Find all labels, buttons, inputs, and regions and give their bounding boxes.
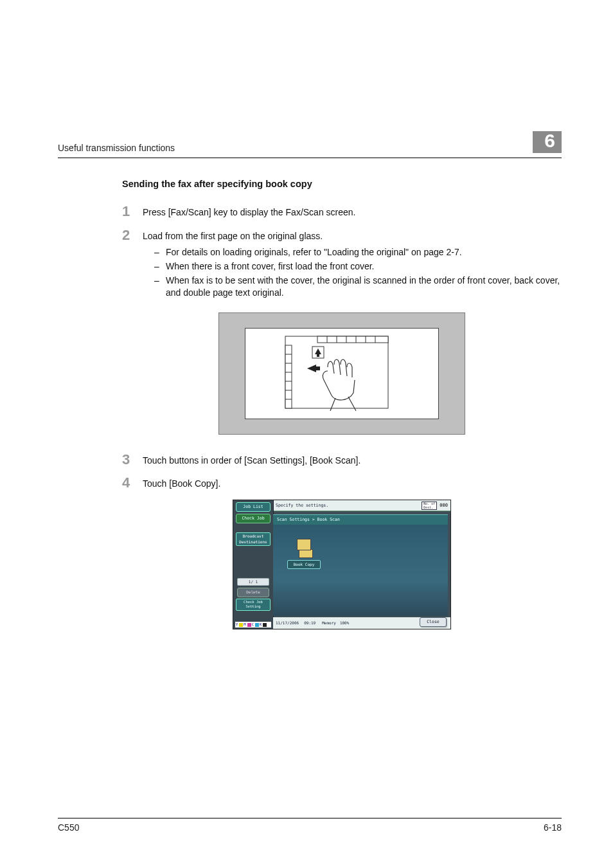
dest-count-value: 000 xyxy=(440,503,448,509)
model-label: C550 xyxy=(58,822,79,833)
step-1: 1 Press [Fax/Scan] key to display the Fa… xyxy=(122,204,562,219)
svg-line-21 xyxy=(348,397,356,411)
pager-indicator: 1/ 1 xyxy=(237,578,269,586)
step-number: 3 xyxy=(122,453,143,467)
document-page: Useful transmission functions 6 Sending … xyxy=(0,0,613,868)
svg-rect-17 xyxy=(317,353,319,357)
instruction-bar: Specify the settings. No. of Dest. 000 xyxy=(273,500,450,511)
broadcast-destinations-label[interactable]: Broadcast Destinations xyxy=(236,532,271,546)
close-button[interactable]: Close xyxy=(420,617,447,627)
sidebar: Job List Check Job Broadcast Destination… xyxy=(233,500,274,629)
delete-button[interactable]: Delete xyxy=(237,588,269,597)
chapter-number-badge: 6 xyxy=(533,131,562,153)
step-2-sublist: – For details on loading originals, refe… xyxy=(143,246,562,299)
svg-marker-18 xyxy=(307,365,316,372)
step-4-text: Touch [Book Copy]. xyxy=(143,476,562,491)
toner-y: Y xyxy=(235,622,238,628)
step-2: 2 Load from the first page on the origin… xyxy=(122,228,562,301)
step-number: 4 xyxy=(122,476,143,490)
svg-rect-1 xyxy=(317,336,388,343)
memory-label: Memory xyxy=(322,620,336,626)
svg-rect-8 xyxy=(285,345,292,408)
glass-load-illustration xyxy=(218,312,465,435)
section-title: Sending the fax after specifying book co… xyxy=(122,177,562,190)
status-bar: 11/17/2006 09:19 Memory 100% Close xyxy=(273,617,450,629)
check-job-button[interactable]: Check Job xyxy=(236,514,271,523)
book-copy-button[interactable]: Book Copy xyxy=(287,560,321,569)
dash-bullet: – xyxy=(154,275,166,300)
book-copy-icon xyxy=(299,549,313,558)
toner-k: K xyxy=(259,622,262,628)
step-number: 2 xyxy=(122,228,143,242)
dash-bullet: – xyxy=(154,260,166,273)
toner-levels: Y M C K xyxy=(235,622,271,628)
device-screenshot: Specify the settings. No. of Dest. 000 J… xyxy=(233,500,451,629)
list-item: – When fax is to be sent with the cover,… xyxy=(154,275,562,300)
list-item: – When there is a front cover, first loa… xyxy=(154,260,562,273)
step-4: 4 Touch [Book Copy]. xyxy=(122,476,562,491)
breadcrumb: Scan Settings > Book Scan xyxy=(273,514,448,525)
page-footer: C550 6-18 xyxy=(58,818,562,833)
step-2-sub-1: For details on loading originals, refer … xyxy=(166,246,562,259)
dash-bullet: – xyxy=(154,246,166,259)
dest-count-label: No. of Dest. xyxy=(422,502,437,510)
content-column: Sending the fax after specifying book co… xyxy=(122,177,562,629)
step-3: 3 Touch buttons in order of [Scan Settin… xyxy=(122,453,562,467)
list-item: – For details on loading originals, refe… xyxy=(154,246,562,259)
status-time: 09:19 xyxy=(304,620,315,626)
step-1-text: Press [Fax/Scan] key to display the Fax/… xyxy=(143,204,562,219)
main-panel: Book Copy xyxy=(273,525,448,616)
illustration-inner xyxy=(245,328,439,419)
memory-value: 100% xyxy=(340,620,349,626)
header-rule xyxy=(58,158,562,158)
check-job-setting-button[interactable]: Check Job Setting xyxy=(236,599,271,611)
svg-rect-19 xyxy=(315,366,320,370)
step-2-sub-2: When there is a front cover, first load … xyxy=(166,260,562,273)
page-header: Useful transmission functions 6 xyxy=(58,135,562,157)
page-number: 6-18 xyxy=(544,822,562,833)
status-date: 11/17/2006 xyxy=(276,620,299,626)
step-2-body: Load from the first page on the original… xyxy=(143,228,562,301)
toner-m: M xyxy=(243,622,246,628)
book-copy-icon xyxy=(297,539,311,550)
step-3-text: Touch buttons in order of [Scan Settings… xyxy=(143,453,562,467)
svg-rect-0 xyxy=(285,336,388,408)
step-2-sub-3: When fax is to be sent with the cover, t… xyxy=(166,275,562,300)
book-copy-option: Book Copy xyxy=(287,539,321,569)
running-head: Useful transmission functions xyxy=(58,143,175,156)
step-2-text: Load from the first page on the original… xyxy=(143,230,562,243)
step-number: 1 xyxy=(122,204,143,219)
job-list-button[interactable]: Job List xyxy=(236,502,271,512)
toner-c: C xyxy=(251,622,254,628)
instruction-text: Specify the settings. xyxy=(276,503,328,509)
svg-line-20 xyxy=(330,398,335,411)
